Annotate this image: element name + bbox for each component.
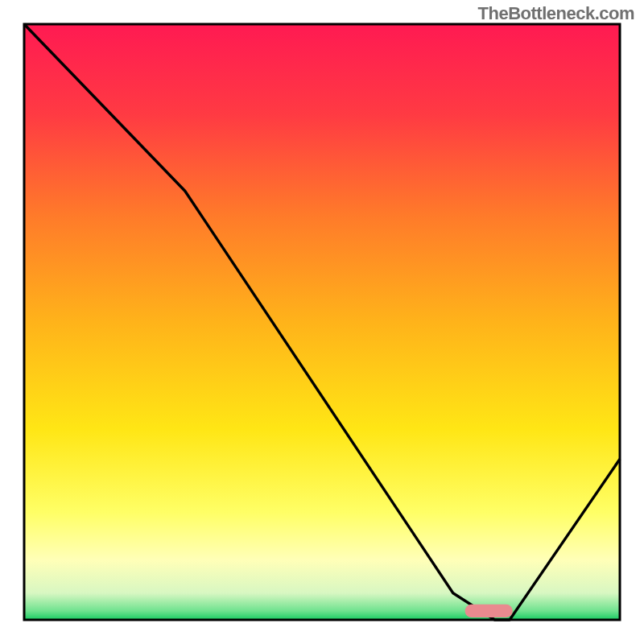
plot-background [24,24,620,620]
optimal-range-marker [465,605,513,617]
chart-frame: TheBottleneck.com [0,0,644,644]
bottleneck-chart [0,0,644,644]
